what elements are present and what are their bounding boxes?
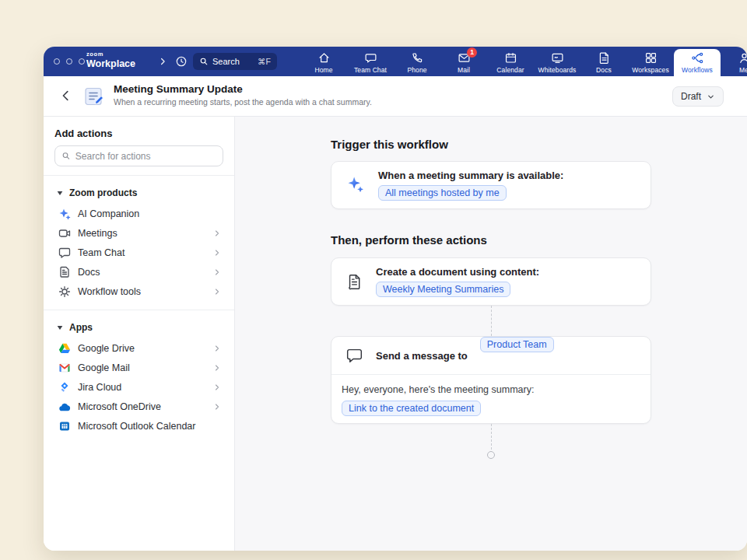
- actions-sidebar: Add actions Zoom products AI Companion: [44, 117, 235, 551]
- nav-item-calendar[interactable]: Calendar: [487, 47, 534, 76]
- back-icon[interactable]: [59, 89, 73, 103]
- action-text: Create a document using content:: [376, 266, 539, 278]
- workspaces-icon: [644, 51, 658, 65]
- workflows-icon: [691, 51, 704, 65]
- global-search[interactable]: Search ⌘F: [193, 53, 277, 70]
- sidebar-item-label: Google Drive: [78, 343, 135, 354]
- sidebar-item-google-mail[interactable]: Google Mail: [54, 358, 223, 377]
- google-drive-icon: [58, 342, 71, 355]
- outlook-calendar-icon: [58, 420, 71, 432]
- trigger-text: When a meeting summary is available:: [378, 170, 563, 181]
- jira-cloud-icon: [58, 381, 71, 394]
- nav-item-label: Home: [314, 66, 332, 74]
- sidebar-item-ai-companion[interactable]: AI Companion: [54, 204, 223, 223]
- sidebar-item-label: Docs: [78, 267, 100, 278]
- logo-workplace-text: Workplace: [86, 59, 135, 69]
- phone-icon: [411, 51, 424, 65]
- actions-heading: Then, perform these actions: [331, 233, 487, 247]
- onedrive-icon: [58, 401, 71, 413]
- actions-search-input[interactable]: [75, 151, 216, 162]
- sidebar-item-meetings[interactable]: Meetings: [54, 223, 223, 243]
- document-value-pill[interactable]: Weekly Meeting Summaries: [376, 282, 510, 297]
- nav-item-label: Workflows: [682, 66, 713, 74]
- search-icon: [61, 151, 71, 161]
- nav-item-label: Team Chat: [354, 66, 387, 74]
- workflow-end-node[interactable]: [487, 451, 495, 459]
- message-recipient-pill[interactable]: Product Team: [480, 337, 554, 352]
- page-subtitle: When a recurring meeting starts, post th…: [114, 97, 372, 107]
- nav-item-label: Calendar: [496, 66, 524, 74]
- nav-item-label: Me: [739, 66, 747, 74]
- nav-item-mail[interactable]: 1 Mail: [440, 47, 487, 76]
- nav-item-home[interactable]: Home: [300, 47, 347, 76]
- team-chat-icon: [58, 247, 71, 259]
- chevron-down-icon: [707, 93, 715, 101]
- workflow-doc-icon: [82, 86, 104, 107]
- chevron-right-icon: [212, 287, 222, 296]
- sidebar-item-label: Google Mail: [78, 362, 130, 373]
- sidebar-item-microsoft-outlook-calendar[interactable]: Microsoft Outlook Calendar: [54, 416, 223, 436]
- nav-item-label: Docs: [596, 66, 612, 74]
- meetings-icon: [58, 227, 71, 240]
- sidebar-item-google-drive[interactable]: Google Drive: [54, 338, 223, 358]
- nav-item-workflows[interactable]: Workflows: [674, 49, 721, 76]
- profile-icon: [738, 51, 747, 65]
- draft-status-dropdown[interactable]: Draft: [672, 86, 724, 107]
- chevron-right-icon: [212, 363, 222, 373]
- nav-item-docs[interactable]: Docs: [580, 47, 627, 76]
- app-window: zoom Workplace Search ⌘F Home Team Chat …: [44, 47, 747, 551]
- section-label: Zoom products: [69, 187, 137, 198]
- sidebar-item-label: Meetings: [78, 228, 117, 239]
- nav-item-workspaces[interactable]: Workspaces: [627, 47, 674, 76]
- send-message-card[interactable]: Send a message to Product Team Hey, ever…: [331, 336, 651, 424]
- nav-item-me[interactable]: Me: [721, 47, 747, 76]
- sidebar-item-microsoft-onedrive[interactable]: Microsoft OneDrive: [54, 397, 223, 416]
- trigger-heading: Trigger this workflow: [331, 138, 448, 151]
- sidebar-item-label: Microsoft OneDrive: [78, 401, 161, 412]
- create-document-card[interactable]: Create a document using content: Weekly …: [331, 257, 651, 306]
- message-link-pill[interactable]: Link to the created document: [342, 401, 481, 416]
- workflow-titles: Meeting Summary Update When a recurring …: [114, 83, 372, 107]
- caret-down-icon: [56, 189, 64, 197]
- chevron-right-icon[interactable]: [157, 56, 168, 67]
- chat-bubble-icon: [345, 347, 363, 365]
- history-icon[interactable]: [174, 54, 188, 68]
- chevron-right-icon: [212, 402, 222, 411]
- status-badge: Draft: [681, 91, 701, 102]
- page-title: Meeting Summary Update: [114, 83, 372, 95]
- search-label: Search: [212, 57, 240, 66]
- nav-item-label: Mail: [458, 66, 470, 74]
- connector-line: [491, 306, 492, 336]
- search-icon: [199, 57, 209, 66]
- sidebar-item-docs[interactable]: Docs: [54, 262, 223, 282]
- nav-item-team-chat[interactable]: Team Chat: [347, 47, 394, 76]
- sidebar-item-label: Jira Cloud: [78, 382, 121, 393]
- trigger-card[interactable]: When a meeting summary is available: All…: [331, 161, 651, 209]
- action-text: Send a message to: [376, 350, 468, 362]
- section-zoom-products[interactable]: Zoom products: [54, 184, 223, 201]
- sidebar-item-workflow-tools[interactable]: Workflow tools: [54, 282, 223, 301]
- section-label: Apps: [69, 322, 93, 333]
- section-apps[interactable]: Apps: [54, 319, 223, 336]
- google-mail-icon: [58, 362, 71, 374]
- window-controls[interactable]: [54, 58, 85, 65]
- top-nav: zoom Workplace Search ⌘F Home Team Chat …: [44, 47, 747, 76]
- sidebar-item-label: Team Chat: [78, 247, 124, 258]
- docs-icon: [598, 51, 611, 65]
- actions-search[interactable]: [54, 145, 223, 166]
- sidebar-item-jira-cloud[interactable]: Jira Cloud: [54, 377, 223, 397]
- nav-item-phone[interactable]: Phone: [394, 47, 440, 76]
- team-chat-icon: [364, 51, 377, 65]
- trigger-value-pill[interactable]: All meetings hosted by me: [378, 185, 507, 201]
- connector-line: [491, 424, 492, 450]
- nav-item-label: Workspaces: [632, 66, 669, 74]
- nav-item-whiteboards[interactable]: Whiteboards: [534, 47, 580, 76]
- message-body-text: Hey, everyone, here's the meeting summar…: [342, 384, 638, 395]
- document-icon: [345, 273, 363, 291]
- divider: [44, 175, 234, 176]
- sidebar-item-team-chat[interactable]: Team Chat: [54, 243, 223, 262]
- zoom-workplace-logo: zoom Workplace: [86, 51, 135, 68]
- nav-items: Home Team Chat Phone 1 Mail Calendar: [300, 47, 747, 76]
- mail-badge: 1: [467, 47, 477, 58]
- chevron-right-icon: [212, 268, 222, 277]
